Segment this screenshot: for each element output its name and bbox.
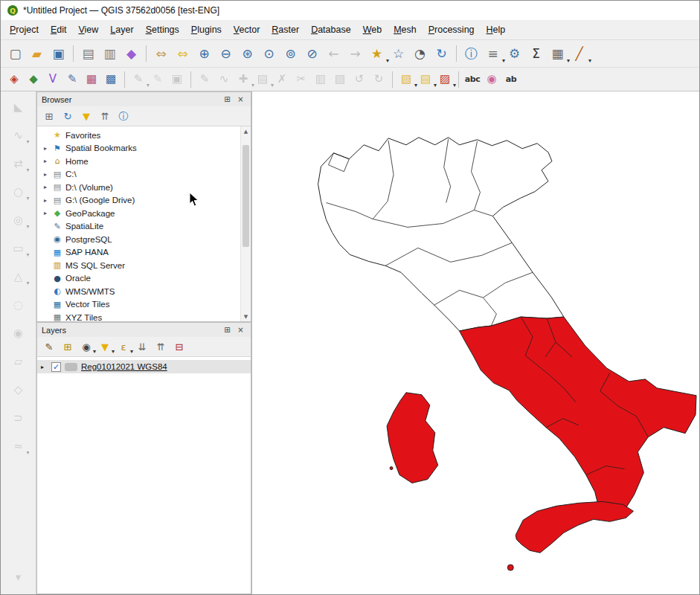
browser-filter-button[interactable]: ▼ xyxy=(78,108,94,124)
paste-features-button[interactable]: ▧ xyxy=(330,70,350,89)
delete-selected-button[interactable]: ✗ xyxy=(272,70,292,89)
browser-item-oracle[interactable]: ● Oracle xyxy=(37,272,240,286)
zoom-full-button[interactable]: ⊛ xyxy=(237,43,258,64)
menu-edit[interactable]: Edit xyxy=(45,22,73,37)
digitize-with-segment-button[interactable]: ✎ xyxy=(195,70,214,89)
collapse-all-button[interactable]: ⇈ xyxy=(152,338,169,355)
menu-raster[interactable]: Raster xyxy=(266,22,305,37)
stream-digitize-tool-button[interactable]: ∿ ▾ xyxy=(9,126,28,145)
new-spatial-bookmark-button[interactable]: ★ ▾ xyxy=(366,43,388,64)
new-print-layout-button[interactable]: ▤ xyxy=(77,43,99,64)
browser-refresh-button[interactable]: ↻ xyxy=(60,108,76,124)
open-data-source-manager-button[interactable]: ◈ xyxy=(4,70,24,89)
menu-project[interactable]: Project xyxy=(4,22,45,37)
style-manager-button[interactable]: ◆ xyxy=(121,43,142,64)
browser-add-layers-button[interactable]: ⊞ xyxy=(41,108,57,124)
regular-polygon-tool-button[interactable]: △ ▾ xyxy=(9,267,28,286)
zoom-out-button[interactable]: ⊖ xyxy=(215,43,237,64)
current-edits-button[interactable]: ✎ ▾ xyxy=(129,70,148,89)
open-attribute-table-button[interactable]: ▦ ▾ xyxy=(547,43,568,64)
map-canvas[interactable] xyxy=(251,91,699,594)
layers-float-button[interactable]: ⊞ xyxy=(222,324,233,335)
scroll-down-icon[interactable]: ▼ xyxy=(244,312,248,321)
zoom-to-selection-button[interactable]: ⊙ xyxy=(258,43,280,64)
cut-features-button[interactable]: ✂ xyxy=(292,70,311,89)
remove-layer-button[interactable]: ⊟ xyxy=(171,338,187,355)
open-project-button[interactable]: ▰ xyxy=(26,43,48,64)
copy-features-button[interactable]: ▥ xyxy=(311,70,330,89)
more-digitizing-tools-button[interactable]: ▾ xyxy=(9,567,28,587)
show-layout-manager-button[interactable]: ▥ xyxy=(99,43,121,64)
new-shapefile-layer-button[interactable]: V xyxy=(43,70,62,89)
new-spatialite-layer-button[interactable]: ✎ xyxy=(62,70,82,89)
layer-labeling-single-button[interactable]: ab xyxy=(501,70,521,89)
browser-item-home[interactable]: ▸ ⌂ Home xyxy=(37,155,240,168)
browser-item-ms-sql-server[interactable]: ▥ MS SQL Server xyxy=(37,259,240,272)
tree-expander-icon[interactable]: ▸ xyxy=(42,145,49,152)
statistical-summary-button[interactable]: Σ xyxy=(525,43,547,64)
menu-plugins[interactable]: Plugins xyxy=(185,22,228,37)
browser-properties-button[interactable]: ⓘ xyxy=(115,108,132,124)
select-features-by-area-button[interactable]: ▧ ▾ xyxy=(396,70,416,89)
new-temporary-scratch-layer-button[interactable]: ▦ xyxy=(82,70,101,89)
temporal-controller-button[interactable]: ◔ xyxy=(409,43,431,64)
add-group-button[interactable]: ⊞ xyxy=(60,338,76,355)
zoom-to-native-resolution-button[interactable]: ⊘ xyxy=(301,43,323,64)
browser-item-spatial-bookmarks[interactable]: ▸ ⚑ Spatial Bookmarks xyxy=(37,142,240,155)
browser-item-drive-g[interactable]: ▸ ▤ G:\ (Google Drive) xyxy=(37,194,240,208)
menu-processing[interactable]: Processing xyxy=(423,22,481,37)
menu-view[interactable]: View xyxy=(72,22,104,37)
deselect-features-button[interactable]: ▨ ▾ xyxy=(435,70,455,89)
ellipse-tool-button[interactable]: ◎ ▾ xyxy=(9,210,28,230)
tree-expander-icon[interactable]: ▸ xyxy=(42,158,49,164)
layers-close-button[interactable]: × xyxy=(235,324,246,335)
split-features-tool-button[interactable]: ◇ xyxy=(9,380,28,399)
zoom-next-button[interactable]: → xyxy=(344,43,366,64)
measure-button[interactable]: ╱ ▾ xyxy=(568,43,590,64)
expand-all-button[interactable]: ⇊ xyxy=(134,338,150,355)
zoom-in-button[interactable]: ⊕ xyxy=(193,43,215,64)
browser-item-xyz-tiles[interactable]: ▦ XYZ Tiles xyxy=(37,311,240,321)
add-ring-tool-button[interactable]: ◌ xyxy=(9,295,28,315)
browser-item-drive-d[interactable]: ▸ ▤ D:\ (Volume) xyxy=(37,181,240,194)
manage-map-themes-button[interactable]: ◉ ▾ xyxy=(78,338,94,355)
circle-tool-button[interactable]: ○ ▾ xyxy=(9,182,28,202)
filter-by-expression-button[interactable]: ε ▾ xyxy=(115,338,132,355)
scrollbar-thumb[interactable] xyxy=(243,145,249,247)
modify-attributes-button[interactable]: ▤ ▾ xyxy=(253,70,272,89)
new-geopackage-layer-button[interactable]: ◆ xyxy=(24,70,43,89)
menu-web[interactable]: Web xyxy=(357,22,388,37)
scrollbar-track[interactable] xyxy=(241,136,251,312)
browser-item-sap-hana[interactable]: ▦ SAP HANA xyxy=(37,246,240,260)
rectangle-tool-button[interactable]: ▭ ▾ xyxy=(9,239,28,258)
refresh-map-button[interactable]: ↻ xyxy=(431,43,452,64)
pan-to-selection-button[interactable]: ⇔ xyxy=(172,43,193,64)
identify-features-button[interactable]: ⓘ xyxy=(460,43,482,64)
pan-map-button[interactable]: ⇔ xyxy=(150,43,172,64)
menu-settings[interactable]: Settings xyxy=(140,22,185,37)
browser-item-wms-wmts[interactable]: ◐ WMS/WMTS xyxy=(37,285,240,298)
menu-database[interactable]: Database xyxy=(305,22,357,37)
layer-visibility-checkbox[interactable]: ✓ xyxy=(51,362,61,372)
browser-collapse-all-button[interactable]: ⇈ xyxy=(97,108,113,124)
select-features-by-value-button[interactable]: ▤ ▾ xyxy=(416,70,435,89)
layer-expander-icon[interactable]: ▸ xyxy=(41,364,48,370)
menu-help[interactable]: Help xyxy=(481,22,512,37)
tree-expander-icon[interactable]: ▸ xyxy=(42,197,49,204)
browser-item-postgresql[interactable]: ◉ PostgreSQL xyxy=(37,233,240,246)
save-project-button[interactable]: ▣ xyxy=(48,43,69,64)
add-part-tool-button[interactable]: ▱ xyxy=(9,352,28,371)
tree-expander-icon[interactable]: ▸ xyxy=(42,171,49,178)
open-layer-styling-button[interactable]: ✎ xyxy=(41,338,57,355)
tree-expander-icon[interactable]: ▸ xyxy=(42,210,49,216)
processing-toolbox-button[interactable]: ⚙ xyxy=(504,43,525,64)
vertex-tool-button[interactable]: ✚ ▾ xyxy=(234,70,253,89)
new-project-button[interactable]: ▢ xyxy=(4,43,26,64)
layer-labeling-button[interactable]: abc xyxy=(463,70,482,89)
browser-item-favorites[interactable]: ★ Favorites xyxy=(37,129,240,142)
browser-scrollbar[interactable]: ▲ ▼ xyxy=(240,126,251,321)
tree-expander-icon[interactable]: ▸ xyxy=(42,184,49,190)
zoom-last-button[interactable]: ← xyxy=(323,43,344,64)
new-virtual-layer-button[interactable]: ▩ xyxy=(101,70,121,89)
digitize-shape-tool-button[interactable]: ◣ xyxy=(9,97,28,117)
